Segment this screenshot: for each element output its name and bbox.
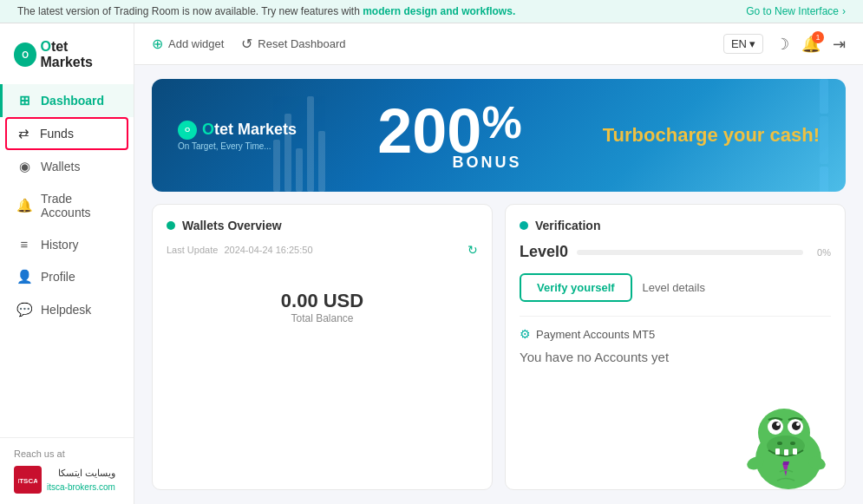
itsca-logo: ITSCA ویسایت ایتسکا itsca-brokers.com: [14, 466, 120, 494]
sidebar-item-label: Trade Accounts: [41, 192, 120, 219]
add-icon: ⊕: [152, 36, 163, 52]
sidebar-item-trade-accounts[interactable]: 🔔 Trade Accounts: [0, 183, 134, 228]
payment-accounts-header: ⚙ Payment Accounts MT5: [520, 316, 831, 341]
sidebar-logo: O Otet Markets: [0, 32, 134, 84]
sidebar-nav: ⊞ Dashboard ⇄ Funds ◉ Wallets 🔔 Trade Ac…: [0, 84, 134, 437]
level-details-button[interactable]: Level details: [643, 273, 705, 302]
sidebar-item-helpdesk[interactable]: 💬 Helpdesk: [0, 293, 134, 326]
sidebar-bottom: Reach us at ITSCA ویسایت ایتسکا itsca-br…: [0, 437, 134, 504]
go-to-new-interface-link[interactable]: Go to New Interface: [746, 5, 846, 17]
theme-toggle-button[interactable]: ☽: [775, 35, 789, 54]
balance-section: 0.00 USD Total Balance: [167, 264, 478, 333]
sidebar-item-history[interactable]: ≡ History: [0, 228, 134, 260]
wallets-icon: ◉: [16, 159, 32, 174]
wallets-overview-panel: Wallets Overview Last Update 2024-04-24 …: [152, 204, 493, 490]
dashboard-icon: ⊞: [16, 93, 32, 108]
banner-message: The latest version of Trading Room is no…: [17, 5, 515, 17]
hero-banner: O Otet Markets On Target, Every Time...: [152, 79, 846, 192]
level-percent: 0%: [817, 247, 831, 258]
gear-icon: ⚙: [520, 327, 531, 341]
logo-text: Otet Markets: [40, 39, 120, 70]
chevron-down-icon: ▾: [749, 37, 755, 50]
hero-logo-icon: O: [178, 121, 197, 140]
logout-icon: ⇥: [833, 36, 846, 53]
verification-panel-title: Verification: [535, 219, 600, 232]
svg-point-11: [777, 442, 782, 445]
panels-row: Wallets Overview Last Update 2024-04-24 …: [152, 204, 846, 490]
top-banner: The latest version of Trading Room is no…: [0, 0, 863, 23]
itsca-domain: itsca-brokers.com: [47, 481, 115, 493]
reach-us-label: Reach us at: [14, 448, 120, 459]
balance-label: Total Balance: [291, 312, 353, 324]
notification-badge: 1: [812, 31, 824, 43]
history-icon: ≡: [16, 237, 32, 252]
hero-tagline-right: Turbocharge your cash!: [603, 124, 820, 147]
toolbar-right: EN ▾ ☽ 🔔 1 ⇥: [723, 34, 846, 54]
candle-decoration-left: [273, 79, 325, 192]
itsca-text: ویسایت ایتسکا itsca-brokers.com: [47, 467, 115, 492]
payment-accounts-title: Payment Accounts MT5: [536, 328, 655, 341]
svg-point-8: [776, 422, 780, 426]
add-widget-button[interactable]: ⊕ Add widget: [152, 36, 224, 52]
logout-button[interactable]: ⇥: [833, 35, 846, 54]
funds-icon: ⇄: [16, 126, 31, 141]
hero-percent-sign: %: [481, 100, 521, 145]
main-content: ⊕ Add widget ↺ Reset Dashboard EN ▾ ☽ 🔔: [134, 23, 863, 504]
sidebar-item-profile[interactable]: 👤 Profile: [0, 260, 134, 293]
last-update-row: Last Update 2024-04-24 16:25:50 ↻: [167, 243, 478, 257]
hero-bonus-label: BONUS: [453, 154, 522, 172]
wallets-panel-title: Wallets Overview: [182, 219, 282, 232]
sidebar: O Otet Markets ⊞ Dashboard ⇄ Funds ◉ Wal…: [0, 23, 134, 504]
verify-buttons: Verify yourself Level details: [520, 273, 831, 302]
verify-yourself-button[interactable]: Verify yourself: [520, 273, 632, 302]
hero-center: 200 % BONUS: [297, 100, 603, 172]
logo-icon: O: [14, 43, 36, 67]
moon-icon: ☽: [775, 36, 789, 53]
sidebar-item-label: Helpdesk: [41, 303, 91, 317]
svg-rect-15: [793, 448, 797, 455]
refresh-icon[interactable]: ↻: [467, 243, 478, 257]
sidebar-item-label: Dashboard: [41, 94, 104, 108]
verification-panel: Verification Level0 0% Verify yourself: [505, 204, 846, 490]
toolbar-left: ⊕ Add widget ↺ Reset Dashboard: [152, 36, 346, 52]
reset-icon: ↺: [241, 36, 252, 52]
svg-rect-13: [775, 448, 780, 455]
svg-point-6: [772, 422, 781, 430]
candle-decoration-right: [820, 79, 828, 192]
sidebar-item-label: History: [41, 238, 79, 252]
dashboard-body: O Otet Markets On Target, Every Time...: [134, 65, 863, 504]
sidebar-item-wallets[interactable]: ◉ Wallets: [0, 150, 134, 183]
no-accounts-text: You have no Accounts yet: [520, 350, 831, 364]
trade-accounts-icon: 🔔: [16, 198, 32, 213]
level-label: Level0: [520, 243, 568, 261]
sidebar-item-dashboard[interactable]: ⊞ Dashboard: [0, 84, 134, 117]
verification-panel-header: Verification: [520, 219, 831, 232]
language-selector[interactable]: EN ▾: [723, 34, 763, 54]
svg-text:ITSCA: ITSCA: [18, 477, 37, 485]
svg-point-12: [790, 442, 795, 445]
last-update-text: Last Update 2024-04-24 16:25:50: [167, 245, 313, 255]
notifications-button[interactable]: 🔔 1: [801, 35, 821, 54]
balance-amount: 0.00 USD: [281, 290, 363, 312]
wallets-status-dot: [167, 221, 175, 230]
profile-icon: 👤: [16, 269, 32, 285]
sidebar-item-label: Profile: [41, 270, 75, 284]
toolbar: ⊕ Add widget ↺ Reset Dashboard EN ▾ ☽ 🔔: [134, 23, 863, 65]
sidebar-item-label: Funds: [40, 127, 74, 141]
crocodile-mascot: [732, 394, 836, 490]
sidebar-item-funds[interactable]: ⇄ Funds: [5, 117, 128, 150]
itsca-icon: ITSCA: [14, 466, 42, 494]
verification-level: Level0 0%: [520, 243, 831, 261]
sidebar-item-label: Wallets: [41, 160, 80, 173]
svg-point-7: [792, 422, 801, 430]
verification-status-dot: [520, 221, 528, 230]
level-progress-bar: [577, 250, 803, 255]
helpdesk-icon: 💬: [16, 302, 32, 317]
reset-dashboard-button[interactable]: ↺ Reset Dashboard: [241, 36, 345, 52]
wallets-panel-header: Wallets Overview: [167, 219, 478, 232]
svg-rect-14: [784, 449, 788, 455]
svg-point-9: [796, 422, 800, 426]
